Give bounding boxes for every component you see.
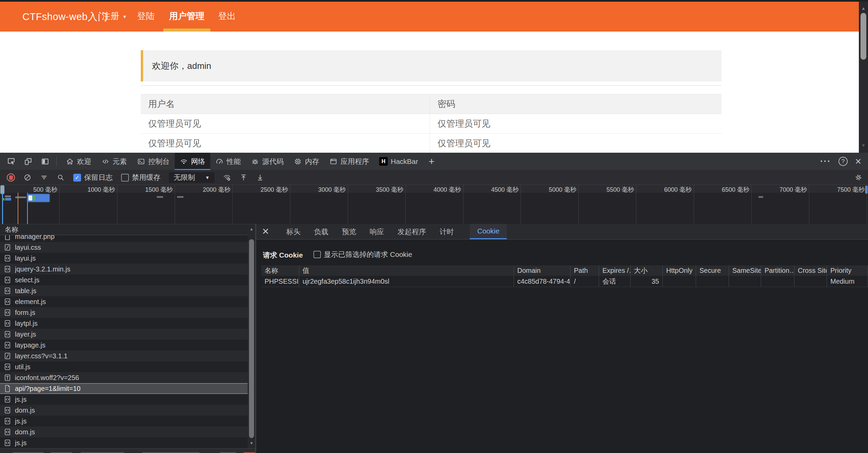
request-row[interactable]: layer.js [0,329,248,340]
detail-tab-负载[interactable]: 负载 [312,224,331,239]
request-row[interactable]: layui.js [0,253,248,264]
cookie-column-header[interactable]: HttpOnly [663,265,696,276]
cookie-column-header[interactable]: Expires /… [599,265,631,276]
page-scrollbar-thumb[interactable] [861,13,866,60]
cookie-table-row[interactable]: PHPSESSIDujr2egfa3ep58c1ijh3n94m0slc4c85… [261,276,868,287]
waterfall-bar[interactable] [5,195,11,197]
filter-icon[interactable] [40,173,48,182]
cookie-column-header[interactable]: 名称 [261,265,299,276]
site-brand[interactable]: CTFshow-web入门 [22,2,108,32]
tabbar-right-controls: ··· ? × [820,153,868,170]
nav-item-login[interactable]: 登陆 [131,2,161,32]
network-overview-timeline[interactable]: 500 毫秒1000 毫秒1500 毫秒2000 毫秒2500 毫秒3000 毫… [0,185,868,224]
network-conditions-icon[interactable] [223,173,231,182]
detail-tab-cookie[interactable]: Cookie [470,224,507,239]
import-har-icon[interactable] [239,173,248,182]
request-name: util.js [15,363,31,371]
request-row[interactable]: select.js [0,275,248,285]
gear-icon[interactable] [854,173,863,182]
inspect-element-button[interactable] [3,153,20,170]
preserve-log-checkbox[interactable]: ✓ [73,174,81,182]
device-toolbar-button[interactable] [20,153,37,170]
request-row[interactable]: element.js [0,296,248,307]
cookie-column-header[interactable]: 值 [299,265,514,276]
request-row[interactable]: form.js [0,307,248,318]
cookie-column-header[interactable]: 大小 [631,265,663,276]
tab-welcome[interactable]: 欢迎 [61,153,96,170]
request-row[interactable]: layer.css?v=3.1.1 [0,351,248,361]
close-devtools-icon[interactable]: × [855,156,861,167]
request-row[interactable]: laypage.js [0,340,248,351]
nav-item-user-management[interactable]: 用户管理 [163,2,210,32]
request-row[interactable]: js.js [0,437,248,448]
cookie-column-header[interactable]: Cross Site [794,265,827,276]
record-network-log-button[interactable] [7,173,15,182]
waterfall-bar[interactable] [5,198,11,201]
tab-memory[interactable]: 内存 [289,153,324,170]
request-row[interactable]: api/?page=1&limit=10 [0,383,248,394]
detail-tab-计时[interactable]: 计时 [437,224,456,239]
tab-network[interactable]: 网络 [175,153,210,170]
request-name: layui.js [15,254,36,262]
requests-scrollbar-thumb[interactable] [249,239,254,438]
tab-sources[interactable]: 源代码 [246,153,289,170]
search-icon[interactable] [57,173,65,182]
cookie-column-header[interactable]: Path [571,265,599,276]
request-row[interactable]: manager.php [0,235,248,242]
requests-name-column-header[interactable]: 名称 [0,224,255,235]
request-row[interactable]: layui.css [0,242,248,253]
requests-list: manager.phplayui.csslayui.jsjquery-3.2.1… [0,235,248,448]
tab-performance[interactable]: 性能 [210,153,246,170]
request-row[interactable]: js.js [0,416,248,427]
detail-tab-预览[interactable]: 预览 [340,224,359,239]
cookie-column-header[interactable]: Priority [827,265,868,276]
clear-icon[interactable] [23,173,32,182]
tab-elements[interactable]: 元素 [96,153,132,170]
throttling-select[interactable]: 无限制 ▼ [169,172,214,183]
request-row[interactable]: table.js [0,285,248,296]
nav-item-register[interactable]: 注册▼ [96,2,133,32]
export-har-icon[interactable] [256,173,264,182]
detail-tab-响应[interactable]: 响应 [367,224,386,239]
timeline-gridline [405,185,406,224]
cookie-column-header[interactable]: Partition… [761,265,794,276]
cookie-column-header[interactable]: SameSite [729,265,761,276]
waterfall-green-dot[interactable] [2,198,4,201]
request-row[interactable]: laytpl.js [0,318,248,329]
waterfall-bar[interactable] [758,196,763,198]
dock-panel-button[interactable] [37,153,54,170]
show-filtered-cookies-checkbox[interactable] [313,251,321,258]
scroll-down-icon[interactable]: ▼ [859,143,868,148]
cookie-column-header[interactable]: Secure [696,265,729,276]
requests-scrollbar[interactable]: ▲ ▼ [248,224,255,448]
more-options-icon[interactable]: ··· [820,156,831,167]
scroll-down-icon[interactable]: ▼ [248,441,255,446]
preserve-log-label: 保留日志 [84,173,113,182]
scroll-up-icon[interactable]: ▲ [859,6,868,11]
waterfall-bar[interactable] [177,196,184,198]
scroll-up-icon[interactable]: ▲ [248,227,255,231]
request-row[interactable]: js.js [0,394,248,405]
request-row[interactable]: dom.js [0,405,248,416]
page-scrollbar[interactable]: ▲ ▼ [859,2,868,153]
help-icon[interactable]: ? [838,157,848,166]
add-tab-button[interactable]: + [423,153,440,170]
close-detail-icon[interactable]: ✕ [256,224,275,239]
tab-hackbar[interactable]: HHackBar [374,153,423,170]
disable-cache-checkbox[interactable] [121,174,129,182]
request-row[interactable]: util.js [0,361,248,372]
request-name: dom.js [15,407,35,414]
request-row[interactable]: iconfont.woff2?v=256 [0,372,248,383]
cookie-column-header[interactable]: Domain [514,265,571,276]
waterfall-bar[interactable] [157,196,163,198]
cookie-cell: c4c85d78-4794-49… [514,276,571,287]
nav-item-logout[interactable]: 登出 [210,2,244,32]
tab-application[interactable]: 应用程序 [324,153,374,170]
request-row[interactable]: jquery-3.2.1.min.js [0,264,248,275]
detail-tab-标头[interactable]: 标头 [284,224,303,239]
network-toolbar: ✓ 保留日志 禁用缓存 无限制 ▼ [0,170,868,185]
tab-console[interactable]: 控制台 [132,153,175,170]
waterfall-bar[interactable] [15,196,26,198]
detail-tab-发起程序[interactable]: 发起程序 [395,224,428,239]
request-row[interactable]: dom.js [0,427,248,437]
